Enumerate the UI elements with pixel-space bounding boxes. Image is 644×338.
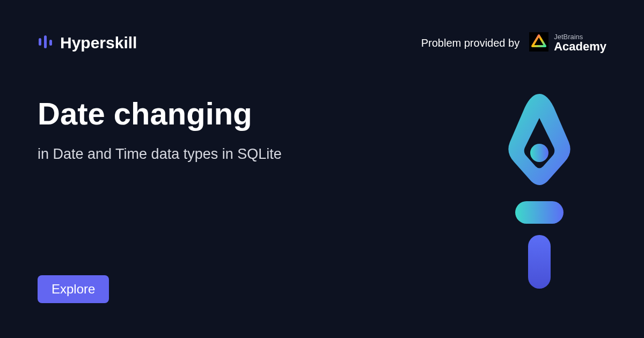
hyperskill-logo-icon (38, 34, 54, 52)
decorative-pen-icon (494, 91, 585, 297)
brand: Hyperskill (38, 34, 137, 52)
jetbrains-academy-icon (529, 32, 548, 54)
page-subtitle: in Date and Time data types in SQLite (38, 146, 365, 163)
brand-name: Hyperskill (60, 34, 137, 52)
main-content: Date changing in Date and Time data type… (0, 54, 402, 163)
svg-rect-6 (528, 235, 551, 289)
provider-block: Problem provided by JetBrains (421, 32, 606, 54)
academy-block: JetBrains Academy (529, 32, 606, 54)
svg-rect-1 (44, 35, 47, 48)
svg-rect-5 (515, 201, 564, 224)
page-title: Date changing (38, 97, 365, 131)
svg-point-4 (530, 144, 548, 162)
explore-button[interactable]: Explore (38, 275, 109, 303)
svg-rect-2 (49, 40, 52, 46)
header: Hyperskill Problem provided by (0, 0, 644, 54)
academy-small: JetBrains (554, 33, 606, 41)
academy-text: JetBrains Academy (554, 33, 606, 53)
provider-label: Problem provided by (421, 37, 519, 49)
svg-rect-0 (39, 38, 41, 46)
academy-big: Academy (554, 40, 606, 53)
